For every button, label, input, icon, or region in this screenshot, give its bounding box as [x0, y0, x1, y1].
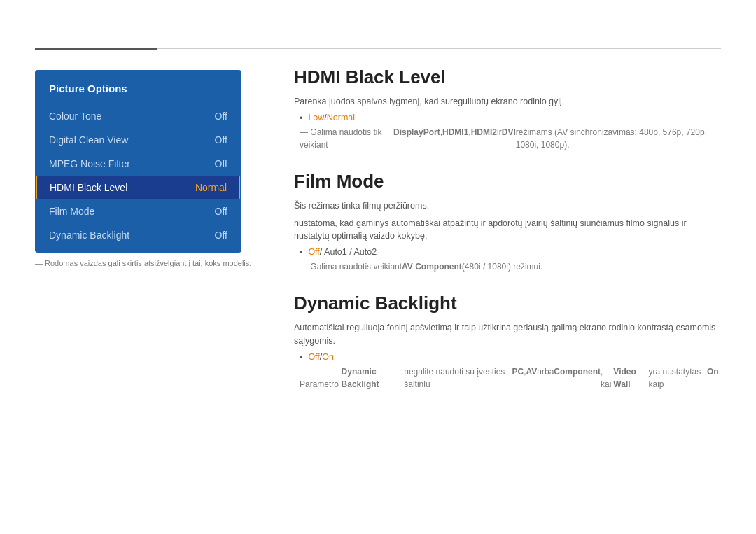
sidebar-item-film-mode[interactable]: Film ModeOff — [35, 199, 241, 223]
section-bullet: •Off / Auto1 / Auto2 — [294, 247, 721, 258]
sidebar-item-dynamic-backlight[interactable]: Dynamic BacklightOff — [35, 223, 241, 247]
bullet-dot-icon: • — [300, 248, 302, 258]
sidebar-item-label: Dynamic Backlight — [49, 230, 130, 241]
section-note: ― Parametro Dynamic Backlight negalite n… — [294, 365, 721, 391]
sidebar-item-label: Film Mode — [49, 206, 94, 217]
section-hdmi-black-level: HDMI Black LevelParenka juodos spalvos l… — [294, 66, 721, 151]
footnote: ― Rodomas vaizdas gali skirtis atsižvelg… — [35, 259, 251, 267]
main-content: HDMI Black LevelParenka juodos spalvos l… — [294, 66, 721, 410]
section-note: ― Galima naudotis veikiant AV, Component… — [294, 260, 721, 273]
sidebar-item-label: Colour Tone — [49, 111, 102, 122]
sidebar-item-mpeg-noise-filter[interactable]: MPEG Noise FilterOff — [35, 152, 241, 176]
sidebar-item-value: Off — [215, 111, 227, 122]
sidebar-item-label: MPEG Noise Filter — [49, 158, 130, 169]
sidebar-item-value: Off — [215, 158, 227, 169]
bullet-dot-icon: • — [300, 353, 302, 363]
section-bullet: •Off / On — [294, 352, 721, 363]
sidebar-item-value: Off — [215, 134, 227, 146]
sidebar-item-label: Digital Clean View — [49, 134, 128, 146]
sidebar-item-value: Off — [215, 230, 227, 241]
section-film-mode: Film ModeŠis režimas tinka filmų peržiūr… — [294, 171, 721, 273]
section-title-film-mode: Film Mode — [294, 171, 721, 192]
section-desc: Parenka juodos spalvos lygmenį, kad sure… — [294, 95, 721, 108]
section-desc: Automatiškai reguliuoja foninį apšvietim… — [294, 321, 721, 348]
bullet-dot-icon: • — [300, 113, 302, 123]
sidebar-item-hdmi-black-level[interactable]: HDMI Black LevelNormal — [36, 176, 240, 199]
sidebar-item-label: HDMI Black Level — [50, 182, 127, 193]
sidebar-item-digital-clean-view[interactable]: Digital Clean ViewOff — [35, 128, 241, 152]
section-dynamic-backlight: Dynamic BacklightAutomatiškai reguliuoja… — [294, 293, 721, 391]
section-note: ― Galima naudotis tik veikiant DisplayPo… — [294, 126, 721, 151]
sidebar-item-value: Normal — [195, 182, 227, 193]
top-separator — [35, 48, 721, 50]
sidebar-title: Picture Options — [35, 76, 241, 104]
section-desc: Šis režimas tinka filmų peržiūroms. — [294, 199, 721, 213]
section-desc2: nustatoma, kad gaminys automatiškai atpa… — [294, 217, 721, 244]
section-title-dynamic-backlight: Dynamic Backlight — [294, 293, 721, 314]
sidebar-menu: Picture Options Colour ToneOffDigital Cl… — [35, 70, 241, 253]
section-title-hdmi-black-level: HDMI Black Level — [294, 66, 721, 88]
section-bullet: •Low / Normal — [294, 113, 721, 123]
sidebar-item-value: Off — [215, 206, 227, 217]
sidebar-item-colour-tone[interactable]: Colour ToneOff — [35, 104, 241, 128]
